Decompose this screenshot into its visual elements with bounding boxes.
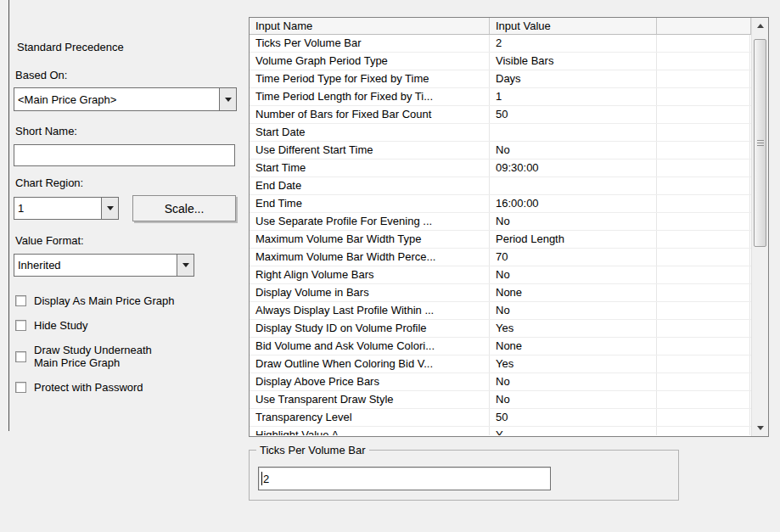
input-name-cell[interactable]: Draw Outline When Coloring Bid V... (250, 356, 490, 372)
input-value-cell[interactable]: Y... (490, 427, 657, 435)
input-name-cell[interactable]: Start Time (250, 160, 490, 176)
input-name-cell[interactable]: Ticks Per Volume Bar (250, 35, 490, 52)
checkbox-box[interactable] (15, 351, 26, 362)
input-value-cell[interactable]: 70 (490, 249, 657, 266)
input-value-cell[interactable]: 09:30:00 (490, 160, 657, 176)
table-row[interactable]: Draw Outline When Coloring Bid V... Yes (250, 356, 751, 373)
input-name-cell[interactable]: Display Above Price Bars (250, 373, 490, 390)
input-value-cell[interactable]: No (490, 302, 657, 319)
input-value-cell[interactable]: None (490, 338, 657, 355)
input-value-cell[interactable]: Yes (490, 356, 657, 372)
table-row[interactable]: Transparency Level 50 (250, 409, 751, 427)
input-value-cell[interactable]: Visible Bars (490, 53, 657, 70)
column-header-empty[interactable] (657, 18, 751, 34)
scroll-up-icon[interactable] (752, 18, 769, 34)
scrollbar-thumb[interactable] (754, 39, 766, 247)
input-value-cell[interactable]: Period Length (490, 231, 657, 248)
table-row[interactable]: End Time 16:00:00 (250, 195, 751, 213)
table-row[interactable]: Start Date (250, 124, 751, 142)
input-value-editbox[interactable]: 2 (258, 467, 551, 490)
table-row[interactable]: Maximum Volume Bar Width Perce... 70 (250, 249, 751, 266)
vertical-scrollbar[interactable] (751, 18, 768, 436)
table-row[interactable]: Display Study ID on Volume Profile Yes (250, 320, 751, 338)
input-value-cell[interactable]: None (490, 284, 657, 301)
table-row[interactable]: Time Period Length for Fixed by Ti... 1 (250, 88, 751, 106)
table-row[interactable]: Highlight Value A... Y... (250, 427, 751, 435)
input-value-cell[interactable]: No (490, 266, 657, 283)
table-row[interactable]: Number of Bars for Fixed Bar Count 50 (250, 106, 751, 124)
table-row[interactable]: Volume Graph Period Type Visible Bars (250, 53, 751, 70)
table-row[interactable]: Display Volume in Bars None (250, 284, 751, 302)
table-row[interactable]: Right Align Volume Bars No (250, 266, 751, 284)
scale-button[interactable]: Scale... (132, 195, 236, 221)
empty-cell (657, 213, 750, 230)
input-name-cell[interactable]: Always Display Last Profile Within ... (250, 302, 490, 319)
table-row[interactable]: Ticks Per Volume Bar 2 (250, 35, 751, 53)
input-value-cell[interactable]: Days (490, 70, 657, 87)
scroll-down-icon[interactable] (752, 420, 769, 436)
input-name-cell[interactable]: Number of Bars for Fixed Bar Count (250, 106, 490, 123)
table-row[interactable]: Use Different Start Time No (250, 142, 751, 160)
input-name-cell[interactable]: Use Different Start Time (250, 142, 490, 159)
input-name-cell[interactable]: Display Volume in Bars (250, 284, 490, 301)
input-name-cell[interactable]: Maximum Volume Bar Width Perce... (250, 249, 490, 266)
chevron-down-icon[interactable] (219, 88, 236, 110)
checkbox-label: Hide Study (34, 319, 88, 332)
input-name-cell[interactable]: Time Period Type for Fixed by Time (250, 70, 490, 87)
input-name-cell[interactable]: Start Date (250, 124, 490, 141)
table-row[interactable]: Bid Volume and Ask Volume Colori... None (250, 338, 751, 356)
empty-cell (657, 106, 750, 123)
based-on-combobox[interactable]: <Main Price Graph> (14, 87, 237, 111)
input-name-cell[interactable]: Volume Graph Period Type (250, 53, 490, 70)
empty-cell (657, 160, 750, 176)
based-on-value: <Main Price Graph> (14, 93, 219, 106)
input-name-cell[interactable]: Time Period Length for Fixed by Ti... (250, 88, 490, 105)
input-name-cell[interactable]: Right Align Volume Bars (250, 266, 490, 283)
table-row[interactable]: Always Display Last Profile Within ... N… (250, 302, 751, 320)
column-header-input-name[interactable]: Input Name (250, 18, 490, 34)
input-name-cell[interactable]: Transparency Level (250, 409, 490, 426)
checkbox-item[interactable]: Display As Main Price Graph (15, 294, 227, 307)
input-value-cell[interactable]: 1 (490, 88, 657, 105)
input-value-cell[interactable]: Yes (490, 320, 657, 337)
input-value-cell[interactable]: 50 (490, 106, 657, 123)
chevron-down-icon[interactable] (101, 198, 118, 219)
input-value-cell[interactable] (490, 124, 657, 141)
table-row[interactable]: Start Time 09:30:00 (250, 160, 751, 177)
chevron-down-icon[interactable] (177, 255, 194, 276)
short-name-input[interactable] (14, 144, 235, 166)
input-value-cell[interactable]: No (490, 213, 657, 230)
table-row[interactable]: End Date (250, 177, 751, 195)
checkbox-box[interactable] (15, 295, 26, 306)
checkbox-item[interactable]: Hide Study (15, 319, 227, 332)
checkbox-item[interactable]: Protect with Password (15, 381, 227, 394)
table-row[interactable]: Use Transparent Draw Style No (250, 391, 751, 409)
input-value-cell[interactable]: 16:00:00 (490, 195, 657, 212)
chart-region-combobox[interactable]: 1 (14, 197, 119, 220)
input-name-cell[interactable]: Highlight Value A... (250, 427, 490, 435)
table-row[interactable]: Use Separate Profile For Evening ... No (250, 213, 751, 231)
column-header-input-value[interactable]: Input Value (490, 18, 657, 34)
table-row[interactable]: Display Above Price Bars No (250, 373, 751, 391)
checkbox-box[interactable] (15, 382, 26, 393)
input-name-cell[interactable]: End Date (250, 177, 490, 194)
input-name-cell[interactable]: Use Separate Profile For Evening ... (250, 213, 490, 230)
input-name-cell[interactable]: Maximum Volume Bar Width Type (250, 231, 490, 248)
input-name-cell[interactable]: Bid Volume and Ask Volume Colori... (250, 338, 490, 355)
checkbox-box[interactable] (15, 320, 26, 331)
input-value-cell[interactable]: 2 (490, 35, 657, 52)
input-name-cell[interactable]: Use Transparent Draw Style (250, 391, 490, 408)
input-value-cell[interactable] (490, 177, 657, 194)
input-name-cell[interactable]: Display Study ID on Volume Profile (250, 320, 490, 337)
empty-cell (657, 338, 750, 355)
value-format-combobox[interactable]: Inherited (14, 254, 194, 277)
table-row[interactable]: Maximum Volume Bar Width Type Period Len… (250, 231, 751, 249)
input-value-cell[interactable]: 50 (490, 409, 657, 426)
table-row[interactable]: Time Period Type for Fixed by Time Days (250, 70, 751, 88)
inputs-table-body: Ticks Per Volume Bar 2 Volume Graph Peri… (250, 35, 751, 435)
input-value-cell[interactable]: No (490, 142, 657, 159)
checkbox-item[interactable]: Draw Study Underneath Main Price Graph (15, 344, 227, 369)
input-name-cell[interactable]: End Time (250, 195, 490, 212)
input-value-cell[interactable]: No (490, 391, 657, 408)
input-value-cell[interactable]: No (490, 373, 657, 390)
